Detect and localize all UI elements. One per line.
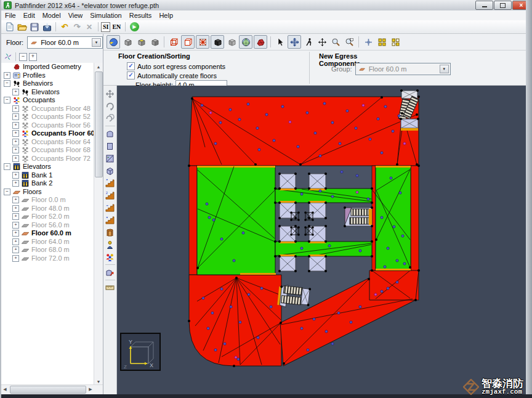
- refuge-area-bottom-left[interactable]: [189, 275, 281, 366]
- tree-item-behaviors[interactable]: −Behaviors: [1, 79, 95, 88]
- tree-expand-toggle[interactable]: −: [4, 97, 10, 104]
- tree-expand-toggle[interactable]: +: [12, 105, 19, 112]
- tree-expand-toggle[interactable]: +: [12, 255, 19, 262]
- tree-expand-toggle[interactable]: +: [12, 172, 19, 179]
- menu-model[interactable]: Model: [39, 12, 65, 19]
- menu-simulation[interactable]: Simulation: [86, 12, 125, 19]
- tree-expand-toggle[interactable]: +: [12, 147, 19, 153]
- tree-expand-toggle[interactable]: +: [12, 197, 19, 203]
- thin-room-tool-icon[interactable]: +-: [105, 153, 116, 164]
- grid-edit-tool-icon[interactable]: [389, 36, 401, 48]
- menu-file[interactable]: File: [1, 12, 20, 19]
- refuge-elevator-stairs[interactable]: [344, 206, 373, 227]
- show-geometry-icon[interactable]: [254, 35, 267, 49]
- ramp-tool-icon[interactable]: [105, 202, 116, 213]
- save-file-icon[interactable]: [29, 22, 40, 32]
- tree-item-floors[interactable]: −Floors: [1, 188, 95, 197]
- redo-icon[interactable]: ↷: [71, 22, 83, 32]
- tree-item-occupants-floor-72[interactable]: +Occupants Floor 72: [1, 155, 95, 163]
- tree-item-occupants-floor-56[interactable]: +Occupants Floor 56: [1, 121, 95, 130]
- tree-item-behavior-elevators[interactable]: +Elevators: [1, 88, 95, 97]
- grid-tool-icon[interactable]: [376, 36, 388, 48]
- tree-expand-toggle[interactable]: +: [12, 230, 19, 237]
- ruler-tool-icon[interactable]: [105, 282, 116, 293]
- refresh-groups-icon[interactable]: [4, 52, 12, 61]
- wireframe-mode-icon[interactable]: [167, 36, 180, 48]
- open-file-icon[interactable]: [17, 22, 28, 32]
- tree-horizontal-scrollbar[interactable]: ◀ ▶: [1, 384, 103, 394]
- tree-item-floor-0[interactable]: +Floor 0.0 m: [1, 196, 95, 205]
- tree-item-occupants[interactable]: −Occupants: [1, 96, 95, 105]
- pan-tool-icon[interactable]: [288, 35, 301, 49]
- stairs-tool-icon[interactable]: [105, 177, 116, 189]
- expand-all-button[interactable]: +: [29, 53, 37, 61]
- tree-item-bank-1[interactable]: +Bank 1: [1, 171, 95, 180]
- tree-item-occupants-floor-48[interactable]: +Occupants Floor 48: [1, 105, 95, 113]
- tree-expand-toggle[interactable]: +: [12, 122, 19, 129]
- view-cube-1-icon[interactable]: [121, 36, 134, 48]
- tree-expand-toggle[interactable]: +: [12, 246, 19, 253]
- menu-edit[interactable]: Edit: [20, 12, 39, 19]
- tree-item-floor-68[interactable]: +Floor 68.0 m: [1, 246, 95, 254]
- cull-faces-icon[interactable]: [196, 35, 209, 49]
- units-si-button[interactable]: SI: [101, 22, 110, 32]
- measure-region-tool-icon[interactable]: [105, 267, 116, 278]
- tree-item-floor-60[interactable]: +Floor 60.0 m: [1, 229, 95, 238]
- stairs-landing-tool-icon[interactable]: 2: [105, 190, 116, 201]
- tree-item-floor-64[interactable]: +Floor 64.0 m: [1, 238, 95, 246]
- tree-item-floor-72[interactable]: +Floor 72.0 m: [1, 254, 95, 263]
- tree-expand-toggle[interactable]: +: [12, 130, 19, 137]
- new-file-icon[interactable]: [4, 22, 15, 32]
- polygon-room-tool-icon[interactable]: [105, 128, 116, 139]
- model-tree[interactable]: Imported Geometry +Profiles −Behaviors +…: [1, 63, 95, 385]
- tree-expand-toggle[interactable]: +: [12, 180, 19, 187]
- egress-group-combo[interactable]: Floor 60.0 m ▼: [355, 63, 451, 75]
- outline-mode-icon[interactable]: [181, 35, 195, 49]
- solid-gray-mode-icon[interactable]: [225, 36, 238, 48]
- perspective-view-icon[interactable]: [107, 35, 120, 49]
- tree-item-elevators[interactable]: −Elevators: [1, 163, 95, 171]
- tree-expand-toggle[interactable]: −: [4, 163, 10, 170]
- zoom-tool-icon[interactable]: [329, 36, 342, 48]
- extrude-tool-icon[interactable]: [105, 165, 116, 176]
- menu-help[interactable]: Help: [155, 12, 177, 19]
- add-occupant-group-tool-icon[interactable]: [105, 251, 116, 262]
- corridor-left[interactable]: [197, 166, 275, 275]
- zoom-region-tool-icon[interactable]: [343, 36, 355, 48]
- tree-expand-toggle[interactable]: +: [12, 222, 19, 229]
- solid-dark-mode-icon[interactable]: [211, 35, 224, 49]
- tree-expand-toggle[interactable]: +: [12, 238, 19, 245]
- rectangle-room-tool-icon[interactable]: [105, 140, 116, 152]
- menu-view[interactable]: View: [65, 12, 87, 19]
- import-icon[interactable]: [41, 22, 52, 32]
- auto-sort-checkbox[interactable]: ✓: [127, 62, 135, 70]
- tree-expand-toggle[interactable]: +: [12, 155, 19, 162]
- tree-item-floor-52[interactable]: +Floor 52.0 m: [1, 213, 95, 221]
- tree-expand-toggle[interactable]: +: [12, 139, 19, 145]
- tree-item-profiles[interactable]: +Profiles: [1, 71, 95, 80]
- tree-item-occupants-floor-60[interactable]: +Occupants Floor 60: [1, 129, 95, 138]
- floor-combo[interactable]: Floor 60.0 m ▼: [27, 36, 103, 49]
- walk-tool-icon[interactable]: [302, 36, 315, 48]
- select-tool-icon[interactable]: [274, 36, 286, 48]
- escalator-tool-icon[interactable]: [105, 214, 116, 225]
- maximize-button[interactable]: [494, 1, 512, 10]
- add-occupant-tool-icon[interactable]: [105, 239, 116, 250]
- tree-expand-toggle[interactable]: +: [12, 113, 19, 120]
- tree-item-occupants-floor-64[interactable]: +Occupants Floor 64: [1, 138, 95, 147]
- tree-expand-toggle[interactable]: −: [4, 189, 10, 195]
- tree-expand-toggle[interactable]: −: [4, 80, 10, 87]
- language-en-button[interactable]: EN: [110, 23, 123, 30]
- move-tool-icon[interactable]: [316, 36, 328, 48]
- delete-icon[interactable]: ✕: [84, 22, 95, 32]
- tree-item-occupants-floor-68[interactable]: +Occupants Floor 68: [1, 146, 95, 155]
- auto-create-floors-checkbox[interactable]: ✓: [127, 71, 135, 79]
- tree-item-bank-2[interactable]: +Bank 2: [1, 179, 95, 188]
- snap-tool-icon[interactable]: [362, 36, 374, 48]
- view-cube-3-icon[interactable]: [148, 36, 161, 48]
- tree-expand-toggle[interactable]: +: [12, 205, 19, 212]
- move-view-tool-icon[interactable]: [105, 88, 116, 99]
- rotate-tool-icon[interactable]: [105, 100, 116, 112]
- tree-expand-toggle[interactable]: +: [12, 213, 19, 220]
- show-navmesh-icon[interactable]: [239, 35, 252, 49]
